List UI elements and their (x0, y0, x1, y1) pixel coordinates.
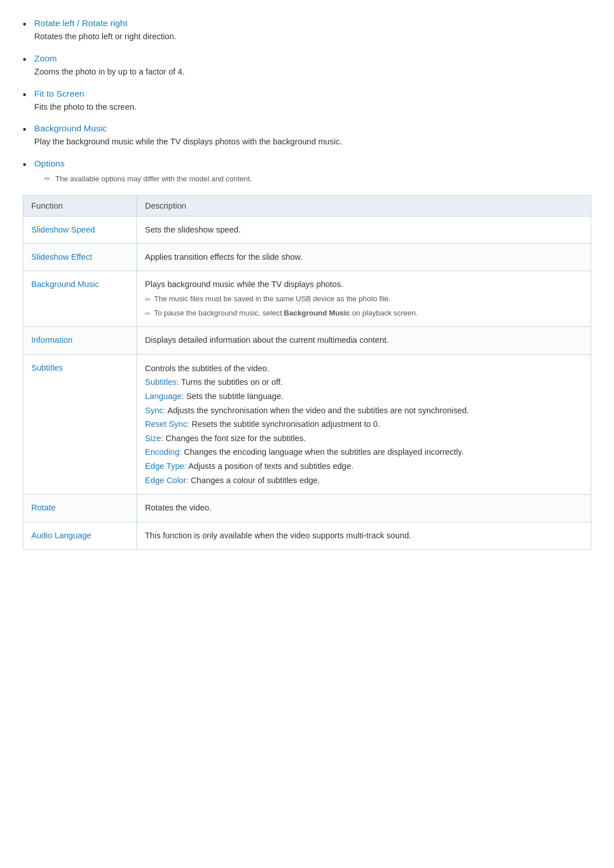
bullet-item-fit: • Fit to Screen Fits the photo to the sc… (23, 89, 591, 114)
bullet-desc-rotate: Rotates the photo left or right directio… (34, 32, 176, 41)
subtitles-sub4: Reset Sync: Resets the subtitle synchron… (145, 417, 583, 431)
bullet-content-fit: Fit to Screen Fits the photo to the scre… (34, 89, 136, 114)
bgmusic-bold: Background Music (284, 309, 350, 317)
bullet-item-rotate: • Rotate left / Rotate right Rotates the… (23, 18, 591, 43)
subtitles-detail: Controls the subtitles of the video. Sub… (145, 362, 583, 488)
background-music-table-label[interactable]: Background Music (31, 280, 99, 289)
subtitles-main: Controls the subtitles of the video. (145, 362, 583, 376)
bullet-title-fit: Fit to Screen (34, 89, 136, 99)
subtitles-sub3: Sync: Adjusts the synchronisation when t… (145, 404, 583, 418)
bullet-content-options: Options ✏ The available options may diff… (34, 159, 252, 185)
rotate-desc: Rotates the video. (137, 495, 591, 522)
bullet-dot-zoom: • (23, 55, 26, 65)
background-music-table-desc: Plays background music while the TV disp… (137, 271, 591, 327)
rotate-right-link[interactable]: Rotate right (82, 18, 127, 28)
subtitles-sub6-label: Encoding: (145, 447, 182, 456)
subtitles-label[interactable]: Subtitles (31, 363, 63, 372)
information-desc: Displays detailed information about the … (137, 327, 591, 354)
subtitles-sub1: Subtitles: Turns the subtitles on or off… (145, 375, 583, 389)
options-note-text: The available options may differ with th… (55, 173, 252, 185)
bullet-dot: • (23, 19, 26, 30)
bgmusic-main-text: Plays background music while the TV disp… (145, 278, 583, 291)
bullet-title-rotate: Rotate left / Rotate right (34, 18, 176, 28)
table-row-slideshow-effect: Slideshow Effect Applies transition effe… (23, 243, 591, 271)
subtitles-sub2-label: Language: (145, 392, 184, 401)
slideshow-speed-desc: Sets the slideshow speed. (137, 216, 591, 243)
table-header-description: Description (137, 195, 591, 216)
options-link[interactable]: Options (34, 159, 64, 168)
table-row-slideshow-speed: Slideshow Speed Sets the slideshow speed… (23, 216, 591, 243)
audio-language-desc: This function is only available when the… (137, 522, 591, 549)
bullet-title-bgmusic: Background Music (34, 123, 342, 134)
subtitles-sub5-label: Size: (145, 434, 163, 443)
bgmusic-note-2: ✏ To pause the background music, select … (145, 308, 583, 319)
bgmusic-note-2-text: To pause the background music, select Ba… (154, 308, 418, 319)
subtitles-sub6: Encoding: Changes the encoding language … (145, 445, 583, 459)
slideshow-effect-desc: Applies transition effects for the slide… (137, 243, 591, 271)
subtitles-sub2: Language: Sets the subtitle language. (145, 389, 583, 404)
bullet-list: • Rotate left / Rotate right Rotates the… (23, 18, 591, 185)
table-row-background-music: Background Music Plays background music … (23, 271, 591, 327)
table-row-rotate: Rotate Rotates the video. (23, 495, 591, 522)
pencil-icon-1: ✏ (145, 294, 151, 305)
pencil-icon: ✏ (44, 175, 51, 183)
subtitles-sub8-label: Edge Color: (145, 476, 189, 485)
table-header-function: Function (23, 195, 137, 216)
table-row-audio-language: Audio Language This function is only ava… (23, 522, 591, 549)
table-row-subtitles: Subtitles Controls the subtitles of the … (23, 354, 591, 495)
subtitles-sub4-label: Reset Sync: (145, 420, 189, 429)
subtitles-sub1-label: Subtitles: (145, 377, 179, 387)
bullet-title-options: Options (34, 159, 252, 169)
subtitles-sub5: Size: Changes the font size for the subt… (145, 431, 583, 446)
info-table: Function Description Slideshow Speed Set… (23, 195, 591, 550)
slideshow-speed-label[interactable]: Slideshow Speed (31, 225, 95, 234)
bullet-desc-bgmusic: Play the background music while the TV d… (34, 137, 342, 146)
bgmusic-note-1: ✏ The music files must be saved in the s… (145, 293, 583, 305)
bullet-desc-fit: Fits the photo to the screen. (34, 102, 136, 111)
subtitles-desc: Controls the subtitles of the video. Sub… (137, 354, 591, 495)
subtitles-sub7: Edge Type: Adjusts a position of texts a… (145, 459, 583, 474)
bullet-dot-fit: • (23, 90, 26, 100)
subtitles-sub8: Edge Color: Changes a colour of subtitle… (145, 474, 583, 488)
bullet-title-zoom: Zoom (34, 53, 184, 64)
bullet-content-zoom: Zoom Zooms the photo in by up to a facto… (34, 53, 184, 78)
table-row-information: Information Displays detailed informatio… (23, 327, 591, 354)
bullet-dot-options: • (23, 160, 26, 170)
information-label[interactable]: Information (31, 335, 73, 344)
bullet-item-bgmusic: • Background Music Play the background m… (23, 123, 591, 148)
bullet-desc-zoom: Zooms the photo in by up to a factor of … (34, 67, 184, 76)
rotate-label[interactable]: Rotate (31, 503, 56, 512)
fit-to-screen-link[interactable]: Fit to Screen (34, 89, 84, 98)
bullet-content-rotate: Rotate left / Rotate right Rotates the p… (34, 18, 176, 43)
bullet-dot-bgmusic: • (23, 124, 26, 135)
audio-language-label[interactable]: Audio Language (31, 531, 92, 540)
background-music-link[interactable]: Background Music (34, 123, 107, 133)
rotate-left-link[interactable]: Rotate left (34, 18, 74, 28)
zoom-link[interactable]: Zoom (34, 53, 57, 63)
options-sub: ✏ The available options may differ with … (34, 173, 252, 185)
options-note-row: ✏ The available options may differ with … (44, 173, 252, 185)
subtitles-sub7-label: Edge Type: (145, 462, 186, 471)
pencil-icon-2: ✏ (145, 309, 151, 319)
bullet-content-bgmusic: Background Music Play the background mus… (34, 123, 342, 148)
slideshow-effect-label[interactable]: Slideshow Effect (31, 252, 92, 261)
bullet-item-options: • Options ✏ The available options may di… (23, 159, 591, 185)
bullet-item-zoom: • Zoom Zooms the photo in by up to a fac… (23, 53, 591, 78)
subtitles-sub3-label: Sync: (145, 406, 165, 415)
bgmusic-note-1-text: The music files must be saved in the sam… (154, 293, 391, 305)
